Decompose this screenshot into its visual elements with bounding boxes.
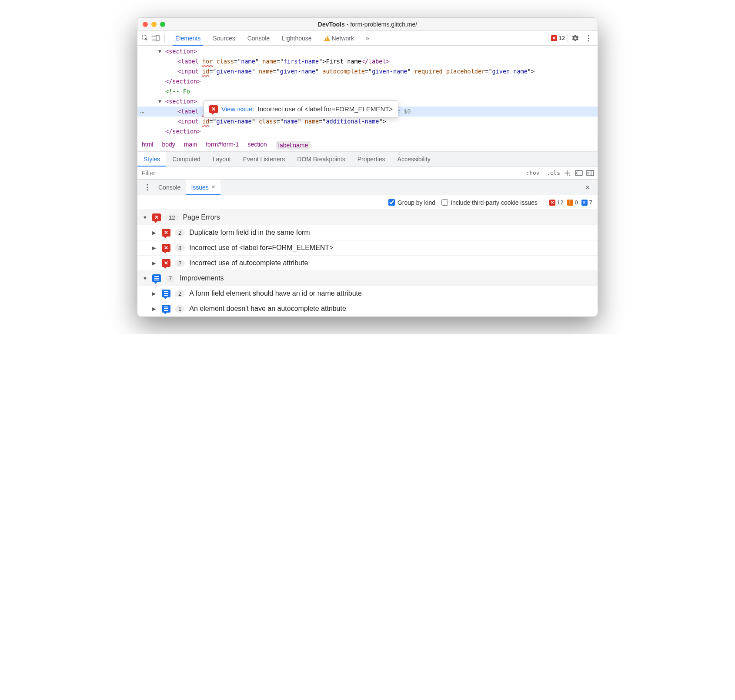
styles-tab-layout[interactable]: Layout [207,152,237,166]
svg-point-9 [147,184,148,185]
token: <label [177,58,202,65]
breadcrumb-item[interactable]: body [162,141,175,150]
window-title: DevTools - form-problems.glitch.me/ [137,21,598,28]
cls-toggle[interactable]: .cls [543,170,564,176]
main-toolbar: ElementsSourcesConsoleLighthouseNetwork … [137,31,598,46]
tab-sources[interactable]: Sources [207,31,241,45]
styles-filter-input[interactable] [137,170,522,177]
tab-network[interactable]: Network [318,31,360,45]
token: given-name [280,68,315,75]
new-style-rule-icon[interactable] [564,170,575,177]
error-count-badge[interactable]: ✕ 12 [548,34,568,42]
token: class [259,118,277,125]
token: <input [177,68,202,75]
expand-twisty-icon[interactable]: ▶ [152,245,157,251]
issue-row[interactable]: ▶1An element doesn't have an autocomplet… [137,301,598,317]
drawer-kebab-icon[interactable] [142,182,153,193]
tab-elements[interactable]: Elements [169,31,207,45]
computed-styles-toggle-icon[interactable] [575,170,586,177]
styles-tab-properties[interactable]: Properties [351,152,391,166]
breadcrumb-item[interactable]: label.name [276,141,311,150]
expand-twisty-icon[interactable]: ▼ [143,215,148,220]
panel-tabs: ElementsSourcesConsoleLighthouseNetwork [169,31,360,45]
expand-twisty-icon[interactable]: ▶ [152,291,157,297]
dom-node[interactable]: <input id="given-name" name="given-name"… [137,67,598,77]
styles-tab-accessibility[interactable]: Accessibility [391,152,437,166]
expand-twisty-icon[interactable]: ▼ [158,48,161,56]
device-toolbar-icon[interactable] [151,34,160,43]
breadcrumb-item[interactable]: form#form-1 [206,141,239,150]
token: <label [177,108,202,115]
issue-count: 8 [175,244,185,252]
tab-label: Network [332,35,354,42]
drawer-tab-label: Console [158,184,180,191]
styles-tab-styles[interactable]: Styles [137,152,166,166]
info-icon [162,305,170,313]
kebab-menu-icon[interactable] [583,33,594,44]
token: <!-- Fo [165,88,190,95]
dom-node[interactable]: <!-- Fo [137,87,598,97]
token: </section> [165,128,200,135]
warning-icon [324,36,330,41]
drawer-tab-console[interactable]: Console [153,180,186,195]
expand-twisty-icon[interactable]: ▶ [152,260,157,266]
tab-console[interactable]: Console [241,31,276,45]
issue-row[interactable]: ▶✕2Incorrect use of autocomplete attribu… [137,256,598,271]
issue-group-header[interactable]: ▼7Improvements [137,271,598,286]
breadcrumb-item[interactable]: html [142,141,153,150]
breadcrumb-item[interactable]: main [184,141,197,150]
issue-row[interactable]: ▶✕8Incorrect use of <label for=FORM_ELEM… [137,240,598,256]
expand-twisty-icon[interactable]: ▶ [152,306,157,312]
thirdparty-cookie-checkbox[interactable]: Include third-party cookie issues [441,199,538,206]
errors-count[interactable]: ✕12 [549,199,563,206]
styles-tab-event-listeners[interactable]: Event Listeners [237,152,291,166]
dom-breadcrumb: htmlbodymainform#form-1sectionlabel.name [137,139,598,152]
inspect-element-icon[interactable] [141,34,150,43]
breadcrumb-item[interactable]: section [247,141,267,150]
token: =" [234,58,241,65]
view-issue-link[interactable]: View issue: [221,103,254,115]
expand-twisty-icon[interactable]: ▼ [143,276,148,281]
error-icon: ✕ [152,213,161,221]
issue-row[interactable]: ▶2A form field element should have an id… [137,286,598,301]
info-icon [152,274,161,282]
dom-node[interactable]: ▼<section> [137,47,598,57]
close-tab-icon[interactable]: ✕ [211,184,215,190]
token: placeholder [446,68,485,75]
dom-node[interactable]: </section> [137,77,598,87]
error-icon: ✕ [162,229,170,237]
drawer-tab-issues[interactable]: Issues✕ [186,180,220,195]
styles-tab-dom-breakpoints[interactable]: DOM Breakpoints [291,152,351,166]
issue-row[interactable]: ▶✕2Duplicate form field id in the same f… [137,225,598,240]
issue-count: 2 [175,260,185,267]
token [443,68,446,75]
drawer-tab-label: Issues [191,184,208,191]
issue-count: 2 [175,290,185,297]
issues-list: ▼✕12Page Errors▶✕2Duplicate form field i… [137,210,598,317]
issue-title: Incorrect use of autocomplete attribute [189,259,308,267]
expand-twisty-icon[interactable]: ▶ [152,230,157,236]
token: " [315,68,322,75]
dom-node[interactable]: </section> [137,127,598,137]
styles-tab-computed[interactable]: Computed [166,152,207,166]
dom-node[interactable]: <label for class="name" name="first-name… [137,57,598,67]
tab-lighthouse[interactable]: Lighthouse [276,31,318,45]
issue-group-header[interactable]: ▼✕12Page Errors [137,210,598,225]
tab-label: Sources [213,35,235,42]
toggle-sidebar-icon[interactable] [586,170,598,177]
window-titlebar: DevTools - form-problems.glitch.me/ [137,18,598,31]
info-count[interactable]: ≡7 [581,199,592,206]
more-tabs-button[interactable]: » [362,33,373,44]
settings-gear-icon[interactable] [570,33,581,44]
info-icon: ≡ [581,200,588,206]
warnings-count[interactable]: !0 [567,199,578,206]
elements-dom-tree[interactable]: ▼<section><label for class="name" name="… [137,46,598,139]
group-by-kind-checkbox[interactable]: Group by kind [388,199,435,206]
token: class [216,58,234,65]
drawer-close-icon[interactable]: ✕ [582,182,593,193]
expand-twisty-icon[interactable]: ▼ [158,98,161,106]
hov-toggle[interactable]: :hov [522,170,543,176]
dom-node[interactable]: <input id="given-name" class="name" name… [137,117,598,127]
token: =" [209,68,216,75]
token: given-name [216,118,251,125]
